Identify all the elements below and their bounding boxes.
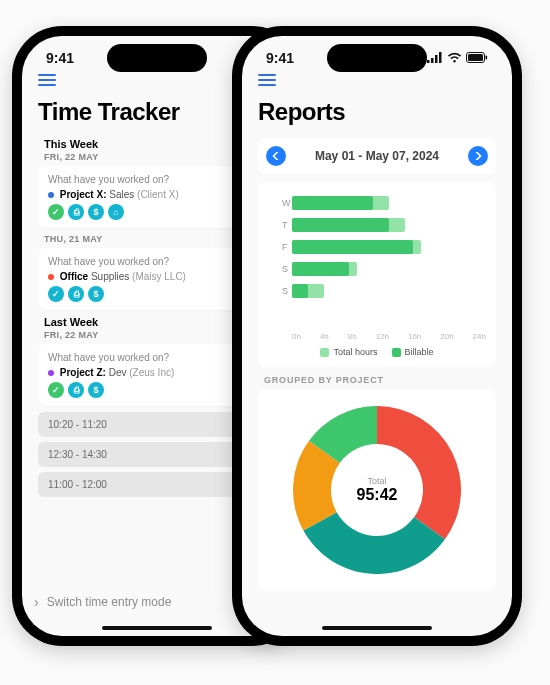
entry-chip-icon[interactable]: ✓ [48, 382, 64, 398]
xaxis-tick: 4h [320, 332, 329, 341]
project-name: Project X: [60, 189, 107, 200]
switch-mode-label: Switch time entry mode [47, 595, 172, 609]
bar-billable-hours [292, 284, 308, 298]
status-time: 9:41 [266, 50, 294, 66]
page-title: Reports [258, 98, 496, 126]
date-range-picker: May 01 - May 07, 2024 [258, 138, 496, 174]
battery-icon [466, 51, 488, 66]
svg-rect-0 [427, 60, 430, 63]
legend-swatch-total [320, 348, 329, 357]
status-icons [427, 51, 488, 66]
project-color-dot [48, 274, 54, 280]
entry-chip-icon[interactable]: ✓ [48, 286, 64, 302]
bar-row: S [282, 258, 486, 280]
cellular-icon [427, 51, 443, 66]
project-name: Project Z: [60, 367, 106, 378]
donut-center-label: Total [357, 476, 398, 486]
svg-rect-1 [431, 58, 434, 63]
bar-billable-hours [292, 262, 349, 276]
bar-chart-legend: Total hours Billable [268, 347, 486, 357]
project-detail: Sales [109, 189, 134, 200]
next-range-button[interactable] [468, 146, 488, 166]
reports-page: Reports May 01 - May 07, 2024 WTFSS 0h4h… [242, 70, 512, 630]
hours-bar-chart: WTFSS 0h4h8h12h16h20h24h Total hours Bil… [258, 182, 496, 367]
donut-center: Total 95:42 [357, 476, 398, 504]
bar-billable-hours [292, 240, 413, 254]
project-detail: Supplies [91, 271, 129, 282]
bar-billable-hours [292, 218, 389, 232]
project-name: Office [60, 271, 88, 282]
bar-row: S [282, 280, 486, 302]
legend-swatch-billable [392, 348, 401, 357]
project-client: (Client X) [137, 189, 179, 200]
prev-range-button[interactable] [266, 146, 286, 166]
entry-chip-icon[interactable]: ⎙ [68, 382, 84, 398]
menu-icon[interactable] [258, 74, 276, 86]
xaxis-tick: 0h [292, 332, 301, 341]
project-client: (Maisy LLC) [132, 271, 186, 282]
project-client: (Zeus Inc) [129, 367, 174, 378]
project-color-dot [48, 370, 54, 376]
xaxis-tick: 12h [376, 332, 389, 341]
bar-chart-xaxis: 0h4h8h12h16h20h24h [292, 332, 486, 341]
bar-row: T [282, 214, 486, 236]
donut-slice [377, 406, 461, 539]
entry-chip-icon[interactable]: ⎙ [68, 204, 84, 220]
bar-day-label: S [282, 264, 292, 274]
group-by-label: GROUPED BY PROJECT [264, 375, 496, 385]
phone-frame-reports: 9:41 Reports M [232, 26, 522, 646]
svg-rect-3 [439, 52, 442, 63]
bar-day-label: F [282, 242, 292, 252]
project-donut-chart: Total 95:42 [258, 389, 496, 591]
entry-chip-icon[interactable]: ⌂ [108, 204, 124, 220]
entry-chip-icon[interactable]: $ [88, 286, 104, 302]
legend-billable-label: Billable [405, 347, 434, 357]
status-time: 9:41 [46, 50, 74, 66]
bar-day-label: T [282, 220, 292, 230]
phone-screen-reports: 9:41 Reports M [242, 36, 512, 636]
home-indicator [322, 626, 432, 630]
svg-rect-5 [468, 54, 483, 61]
phone-notch [327, 44, 427, 72]
xaxis-tick: 8h [348, 332, 357, 341]
date-range-label[interactable]: May 01 - May 07, 2024 [315, 149, 439, 163]
svg-rect-6 [486, 55, 488, 59]
phone-notch [107, 44, 207, 72]
entry-chip-icon[interactable]: $ [88, 382, 104, 398]
bar-row: F [282, 236, 486, 258]
xaxis-tick: 20h [440, 332, 453, 341]
legend-total-label: Total hours [333, 347, 377, 357]
chevron-left-icon [272, 152, 280, 160]
svg-rect-2 [435, 55, 438, 63]
chevron-right-icon: › [34, 594, 39, 610]
menu-icon[interactable] [38, 74, 56, 86]
donut-center-value: 95:42 [357, 486, 398, 504]
bar-day-label: S [282, 286, 292, 296]
bar-billable-hours [292, 196, 373, 210]
xaxis-tick: 16h [408, 332, 421, 341]
project-detail: Dev [109, 367, 127, 378]
wifi-icon [447, 51, 462, 66]
switch-mode-button[interactable]: › Switch time entry mode [34, 594, 171, 610]
entry-chip-icon[interactable]: $ [88, 204, 104, 220]
bar-row: W [282, 192, 486, 214]
project-color-dot [48, 192, 54, 198]
xaxis-tick: 24h [473, 332, 486, 341]
entry-chip-icon[interactable]: ⎙ [68, 286, 84, 302]
entry-chip-icon[interactable]: ✓ [48, 204, 64, 220]
home-indicator [102, 626, 212, 630]
chevron-right-icon [474, 152, 482, 160]
bar-day-label: W [282, 198, 292, 208]
